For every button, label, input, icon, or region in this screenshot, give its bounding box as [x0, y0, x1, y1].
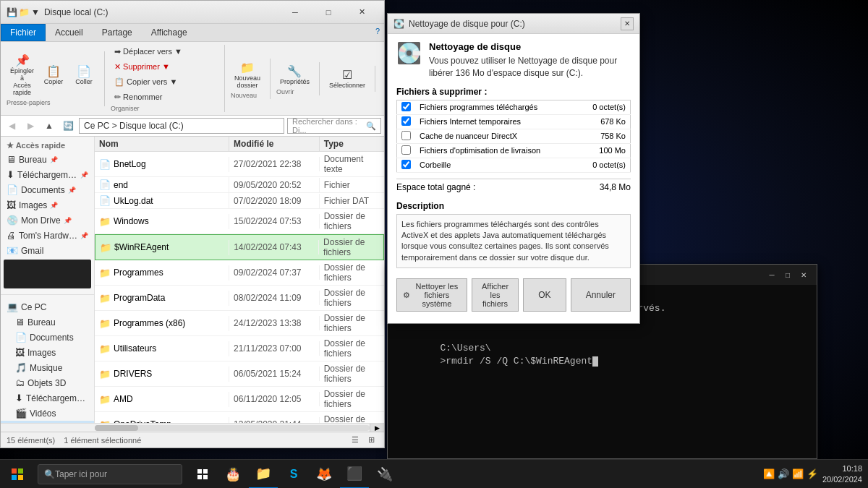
nav-up-btn[interactable]: ▲ [41, 118, 57, 134]
ribbon-btn-proprietes[interactable]: 🔧 Propriétés [276, 62, 313, 87]
btn-cancel[interactable]: Annuler [571, 278, 631, 312]
tab-accueil[interactable]: Accueil [46, 24, 93, 41]
table-row[interactable]: 📄UkLog.dat 07/02/2020 18:09 Fichier DAT [95, 193, 384, 209]
btn-ok[interactable]: OK [523, 278, 566, 312]
tray-chevron-icon[interactable]: 🔼 [763, 468, 775, 479]
sidebar-item-mon-drive[interactable]: 💿 Mon Drive 📌 [1, 213, 94, 228]
cmd-maximize-btn[interactable]: □ [780, 267, 795, 282]
sidebar-this-pc: 💻 Ce PC 🖥 Bureau 📄 Documents 🖼 Images [1, 298, 94, 423]
ribbon-btn-epingler[interactable]: 📌 Épingler àAccès rapide [7, 51, 38, 98]
ribbon-btn-supprimer[interactable]: ✕ Supprimer ▼ [111, 60, 174, 74]
table-row[interactable]: 📁Programmes (x86) 24/12/2023 13:38 Dossi… [95, 311, 384, 336]
checkbox-optimisation[interactable] [401, 145, 411, 155]
cell-optimisation-name: Fichiers d'optimisation de livraison [415, 143, 577, 158]
address-path[interactable]: Ce PC > Disque local (C:) [79, 118, 284, 134]
taskbar-icon-skype[interactable]: S [279, 460, 308, 489]
table-row[interactable]: 📁ProgramData 08/02/2024 11:09 Dossier de… [95, 286, 384, 311]
disk-cleanup-dialog: 💽 Nettoyage de disque pour (C:) ✕ 💽 Nett… [387, 13, 640, 324]
tab-fichier[interactable]: Fichier [1, 24, 46, 41]
ribbon-btn-copier-vers[interactable]: 📋 Copier vers ▼ [111, 75, 181, 89]
ribbon-btn-nouveau-dossier[interactable]: 📁 Nouveaudossier [231, 59, 264, 91]
nav-forward-btn[interactable]: ▶ [22, 118, 38, 134]
help-btn[interactable]: ? [371, 24, 384, 41]
table-row-fichiers-programmes[interactable]: Fichiers programmes téléchargés 0 octet(… [397, 100, 631, 114]
sidebar-item-musique[interactable]: 🎵 Musique [1, 360, 94, 375]
cmd-minimize-btn[interactable]: ─ [765, 267, 779, 282]
sidebar-item-images-pc[interactable]: 🖼 Images [1, 345, 94, 360]
sidebar-item-bureau[interactable]: 🖥 Bureau 📌 [1, 152, 94, 167]
explorer-maximize-btn[interactable]: □ [312, 1, 345, 24]
table-row[interactable]: 📁Programmes 09/02/2024 07:37 Dossier de … [95, 260, 384, 286]
taskbar-icon-cmd[interactable]: ⬛ [340, 460, 369, 489]
sidebar-item-telechargements-pc[interactable]: ⬇ Téléchargements [1, 390, 94, 406]
view-list-btn[interactable]: ☰ [348, 434, 362, 447]
tray-volume-icon[interactable]: 🔊 [778, 468, 789, 479]
nav-refresh-btn[interactable]: 🔄 [60, 118, 76, 134]
dialog-header-text: Vous pouvez utiliser le Nettoyage de dis… [429, 55, 631, 80]
cmd-close-btn[interactable]: ✕ [796, 267, 811, 282]
checkbox-fichiers-internet[interactable] [401, 116, 411, 126]
taskbar-icon-app6[interactable]: 🔌 [370, 460, 399, 489]
clock-time: 10:18 [822, 463, 862, 474]
cell-optimisation-size: 100 Mo [577, 143, 630, 158]
start-button[interactable] [0, 460, 35, 488]
table-row[interactable]: 📁AMD 06/11/2020 12:05 Dossier de fichier… [95, 387, 384, 412]
table-row-fichiers-internet[interactable]: Fichiers Internet temporaires 678 Ko [397, 114, 631, 129]
sidebar-item-documents[interactable]: 📄 Documents 📌 [1, 182, 94, 197]
taskbar-icon-explorer[interactable]: 📁 [249, 460, 278, 489]
horizontal-scrollbar[interactable]: ▶ [1, 423, 384, 432]
nav-back-btn[interactable]: ◀ [4, 118, 20, 134]
sidebar-item-images[interactable]: 🖼 Images 📌 [1, 197, 94, 213]
sidebar-item-ce-pc[interactable]: 💻 Ce PC [1, 299, 94, 314]
clock[interactable]: 10:18 20/02/2024 [822, 463, 862, 484]
checkbox-fichiers-programmes[interactable] [401, 102, 411, 111]
sidebar-item-bureau-pc[interactable]: 🖥 Bureau [1, 314, 94, 330]
table-row[interactable]: 📁Windows 15/02/2024 07:53 Dossier de fic… [95, 209, 384, 234]
explorer-minimize-btn[interactable]: ─ [278, 1, 312, 24]
table-row[interactable]: 📁OneDriveTemp 12/05/2020 21:44 Dossier d… [95, 412, 384, 423]
table-row[interactable]: 📄BnetLog 27/02/2021 22:38 Document texte [95, 152, 384, 177]
table-row-winreagent[interactable]: 📁$WinREAgent 14/02/2024 07:43 Dossier de… [95, 234, 384, 260]
table-row-corbeille[interactable]: Corbeille 0 octet(s) [397, 158, 631, 172]
btn-show-files[interactable]: Afficher les fichiers [472, 278, 519, 312]
sidebar-item-toms-hardware[interactable]: 🖨 Tom's Hardware 📌 [1, 228, 94, 243]
explorer-close-btn[interactable]: ✕ [345, 1, 378, 24]
tray-network-icon[interactable]: 📶 [792, 468, 804, 479]
table-row[interactable]: 📁Utilisateurs 21/11/2023 07:00 Dossier d… [95, 336, 384, 361]
search-box[interactable]: Rechercher dans : Di... 🔍 [287, 118, 381, 134]
ribbon-btn-deplacer[interactable]: ➡ Déplacer vers ▼ [111, 45, 186, 59]
ribbon-btn-selectionner[interactable]: ☑ Sélectionner [326, 66, 369, 91]
dialog-close-btn[interactable]: ✕ [621, 17, 634, 30]
dialog-body: 💽 Nettoyage de disque Vous pouvez utilis… [388, 34, 639, 323]
table-row-optimisation[interactable]: Fichiers d'optimisation de livraison 100… [397, 143, 631, 158]
checkbox-cache-directx[interactable] [401, 131, 411, 140]
tab-affichage[interactable]: Affichage [142, 24, 197, 41]
taskbar-search[interactable]: 🔍 Taper ici pour [38, 464, 182, 484]
view-grid-btn[interactable]: ⊞ [364, 434, 378, 447]
table-row-cache-directx[interactable]: Cache de nuanceur DirectX 758 Ko [397, 129, 631, 143]
description-title: Description [396, 201, 631, 211]
taskbar-icon-task-view[interactable] [188, 460, 217, 489]
cell-cache-directx-size: 758 Ko [577, 129, 630, 143]
ribbon-btn-coller[interactable]: 📄 Coller [69, 62, 98, 87]
sidebar-item-videos[interactable]: 🎬 Vidéos [1, 406, 94, 421]
ribbon-btn-copier[interactable]: 📋 Copier [39, 62, 68, 87]
windows-logo-icon [12, 468, 23, 480]
checkbox-corbeille[interactable] [401, 160, 411, 169]
table-row[interactable]: 📁DRIVERS 06/05/2021 15:24 Dossier de fic… [95, 361, 384, 387]
sidebar-item-documents-pc[interactable]: 📄 Documents [1, 330, 94, 345]
sidebar-black-box [4, 260, 91, 288]
btn-system-files[interactable]: ⚙ Nettoyer les fichiers système [396, 278, 467, 312]
ribbon-tabs: Fichier Accueil Partage Affichage ? [1, 24, 384, 42]
file-list: Nom Modifié le Type 📄BnetLog 27/02/2021 … [95, 137, 384, 423]
cell-fichiers-programmes-size: 0 octet(s) [577, 100, 630, 114]
table-row[interactable]: 📄end 09/05/2020 20:52 Fichier [95, 177, 384, 193]
ribbon-btn-renommer[interactable]: ✏ Renommer [111, 90, 166, 104]
tray-battery-icon[interactable]: ⚡ [807, 468, 818, 479]
tab-partage[interactable]: Partage [93, 24, 142, 41]
taskbar-icon-firefox[interactable]: 🦊 [310, 460, 339, 489]
sidebar-item-gmail[interactable]: 📧 Gmail [1, 243, 94, 258]
sidebar-item-telechargements[interactable]: ⬇ Téléchargements 📌 [1, 167, 94, 182]
sidebar-item-objets3d[interactable]: 🗂 Objets 3D [1, 375, 94, 390]
taskbar-icon-cake[interactable]: 🎂 [218, 460, 247, 489]
